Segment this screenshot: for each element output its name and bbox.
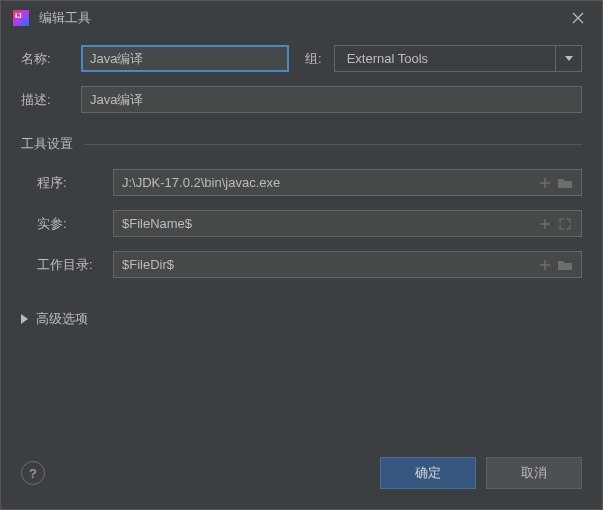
- expand-icon: [559, 218, 571, 230]
- chevron-down-icon: [565, 56, 573, 61]
- folder-icon: [558, 177, 572, 189]
- group-label: 组:: [305, 50, 322, 68]
- name-label: 名称:: [21, 50, 69, 68]
- close-button[interactable]: [566, 10, 590, 26]
- program-row: 程序:: [21, 169, 582, 196]
- group-combo-value: External Tools: [335, 46, 555, 71]
- workdir-label: 工作目录:: [21, 256, 101, 274]
- insert-macro-workdir-button[interactable]: [537, 257, 553, 273]
- dialog-footer: ? 确定 取消: [21, 457, 582, 493]
- dialog-content: 名称: 组: External Tools 描述: 工具设置 程序:: [1, 35, 602, 509]
- plus-icon: [539, 218, 551, 230]
- desc-label: 描述:: [21, 91, 69, 109]
- name-row: 名称: 组: External Tools: [21, 45, 582, 72]
- help-button[interactable]: ?: [21, 461, 45, 485]
- spacer: [21, 328, 582, 457]
- plus-icon: [539, 259, 551, 271]
- folder-icon: [558, 259, 572, 271]
- chevron-right-icon: [21, 314, 28, 324]
- args-row: 实参:: [21, 210, 582, 237]
- plus-icon: [539, 177, 551, 189]
- args-field: [113, 210, 582, 237]
- ok-button[interactable]: 确定: [380, 457, 476, 489]
- close-icon: [572, 12, 584, 24]
- cancel-button[interactable]: 取消: [486, 457, 582, 489]
- tool-settings-title: 工具设置: [21, 135, 582, 153]
- advanced-expander[interactable]: 高级选项: [21, 310, 582, 328]
- edit-tool-dialog: 编辑工具 名称: 组: External Tools 描述: 工具设置 程序:: [0, 0, 603, 510]
- args-input[interactable]: [114, 211, 533, 236]
- group-combo-button[interactable]: [555, 46, 581, 71]
- group-combo[interactable]: External Tools: [334, 45, 582, 72]
- name-input[interactable]: [81, 45, 289, 72]
- question-icon: ?: [29, 466, 37, 481]
- insert-macro-button[interactable]: [537, 175, 553, 191]
- browse-program-button[interactable]: [557, 175, 573, 191]
- workdir-field: [113, 251, 582, 278]
- args-label: 实参:: [21, 215, 101, 233]
- advanced-label: 高级选项: [36, 310, 88, 328]
- desc-row: 描述:: [21, 86, 582, 113]
- desc-input[interactable]: [81, 86, 582, 113]
- browse-workdir-button[interactable]: [557, 257, 573, 273]
- program-label: 程序:: [21, 174, 101, 192]
- insert-macro-args-button[interactable]: [537, 216, 553, 232]
- expand-args-button[interactable]: [557, 216, 573, 232]
- program-input[interactable]: [114, 170, 533, 195]
- workdir-input[interactable]: [114, 252, 533, 277]
- window-title: 编辑工具: [39, 9, 556, 27]
- titlebar: 编辑工具: [1, 1, 602, 35]
- program-field: [113, 169, 582, 196]
- intellij-icon: [13, 10, 29, 26]
- workdir-row: 工作目录:: [21, 251, 582, 278]
